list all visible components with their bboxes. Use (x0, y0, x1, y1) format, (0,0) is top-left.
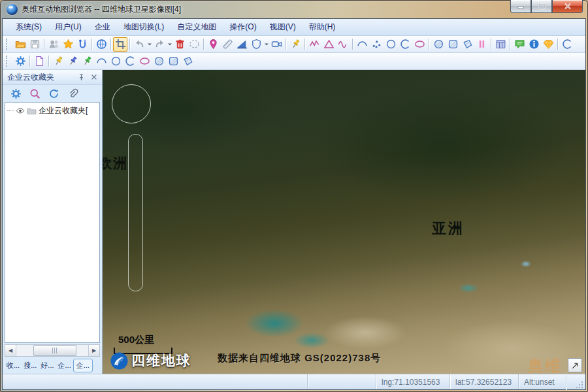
favorites-icon[interactable] (61, 37, 75, 52)
visibility-eye-icon[interactable] (16, 107, 25, 114)
menu-enterprise[interactable]: 企业 (88, 20, 117, 35)
menu-system[interactable]: 系统(S) (9, 20, 48, 35)
scrollbar-thumb[interactable] (33, 345, 76, 356)
maximize-button[interactable] (531, 0, 552, 13)
polyline-icon[interactable] (307, 37, 321, 52)
watermark-text: 奥维 (528, 355, 562, 374)
scroll-left-arrow-icon[interactable]: ◀ (5, 345, 16, 356)
filled-rounded-rect-icon[interactable] (446, 37, 460, 52)
measure-area-icon[interactable] (235, 37, 249, 52)
tree-connector (7, 110, 14, 111)
title-bar[interactable]: 奥维互动地图浏览器 -- 四维地球卫星影像图[4] (0, 0, 588, 18)
shape-style-dropdown-icon[interactable] (263, 37, 269, 52)
open-file-icon[interactable] (13, 37, 27, 52)
ellipse-icon[interactable] (137, 54, 152, 69)
panel-attach-icon[interactable] (65, 86, 80, 101)
area-select-tool-icon[interactable] (113, 37, 127, 52)
arc-icon[interactable] (355, 37, 369, 52)
shape-style-icon[interactable] (249, 37, 263, 52)
filled-rounded-rect-icon[interactable] (166, 54, 180, 69)
clipped-arc-icon[interactable] (560, 37, 574, 52)
toolbar-separator (557, 39, 558, 50)
camera-icon[interactable] (269, 37, 284, 52)
tree-row[interactable]: 企业云收藏夹[ (7, 105, 99, 116)
status-latitude: lat:57.32652123 (449, 374, 518, 389)
scroll-right-arrow-icon[interactable]: ▶ (88, 345, 99, 356)
menu-help[interactable]: 帮助(H) (302, 20, 342, 35)
map-viewport[interactable]: 欧洲 亚洲 500公里 四维地球 数据来自四维地球 GS(2022)738号 (103, 70, 585, 374)
filled-polygon-icon[interactable] (180, 54, 195, 69)
drawn-capsule-shape[interactable] (128, 134, 143, 291)
diagonal-arrow-icon (571, 361, 580, 370)
undo-dropdown-icon[interactable] (146, 37, 152, 52)
filled-circle-icon[interactable] (431, 37, 446, 52)
tab-enterprise-cloud[interactable]: 企... (73, 359, 93, 372)
tree-item-label[interactable]: 企业云收藏夹[ (39, 105, 88, 116)
open-arc-icon[interactable] (123, 54, 137, 69)
menu-user[interactable]: 用户(U) (48, 20, 88, 35)
menu-custom-map[interactable]: 自定义地图 (171, 20, 223, 35)
ellipse-icon[interactable] (412, 37, 427, 52)
map-corner-button[interactable] (568, 358, 582, 372)
minimize-icon (517, 3, 524, 9)
status-message-cell (3, 374, 307, 389)
arc-icon[interactable] (94, 54, 108, 69)
drawn-circle-shape[interactable] (112, 84, 151, 123)
globe-3d-icon[interactable] (94, 37, 108, 52)
friends-icon[interactable] (46, 37, 61, 52)
pushpin-blue-icon[interactable] (65, 54, 80, 69)
tab-search[interactable]: 搜... (22, 359, 39, 372)
save-icon[interactable] (27, 37, 42, 52)
minimize-button[interactable] (510, 0, 531, 13)
close-button[interactable] (552, 0, 583, 13)
pushpin-yellow-icon[interactable] (51, 54, 65, 69)
selection-ellipse-icon[interactable] (187, 37, 201, 52)
track-icon[interactable] (75, 37, 90, 52)
client-area: 系统(S) 用户(U) 企业 地图切换(L) 自定义地图 操作(O) 视图(V)… (2, 18, 586, 390)
circle-icon[interactable] (108, 54, 123, 69)
measure-distance-icon[interactable] (220, 37, 235, 52)
new-page-icon[interactable] (32, 54, 46, 69)
polygon-icon[interactable] (321, 37, 336, 52)
undo-icon[interactable] (132, 37, 146, 52)
tab-enterprise[interactable]: 企... (56, 359, 73, 372)
menu-view[interactable]: 视图(V) (263, 20, 302, 35)
status-bar: lng:71.10351563 lat:57.32652123 Alt:unse… (3, 374, 585, 389)
attribute-table-icon[interactable] (493, 37, 508, 52)
toolbar-grip[interactable] (6, 39, 10, 50)
settings-icon[interactable] (13, 54, 27, 69)
vip-icon[interactable] (541, 37, 555, 52)
parallel-lines-icon[interactable] (474, 37, 489, 52)
redo-icon[interactable] (152, 37, 167, 52)
redo-dropdown-icon[interactable] (167, 37, 172, 52)
menu-map-switch[interactable]: 地图切换(L) (117, 20, 171, 35)
pushpin-green-icon[interactable] (80, 54, 94, 69)
panel-refresh-icon[interactable] (46, 86, 61, 101)
delete-icon[interactable] (172, 37, 187, 52)
menu-operation[interactable]: 操作(O) (223, 20, 263, 35)
tab-favorites[interactable]: 收... (5, 359, 22, 372)
multipoint-icon[interactable] (369, 37, 384, 52)
message-icon[interactable] (512, 37, 527, 52)
sidebar-horizontal-scrollbar[interactable]: ◀ ▶ (5, 344, 100, 357)
maximize-icon (538, 3, 546, 10)
dock-pin-icon[interactable] (76, 72, 86, 82)
circle-icon[interactable] (384, 37, 398, 52)
filled-circle-icon[interactable] (152, 54, 166, 69)
status-altitude: Alt:unset (518, 374, 566, 389)
favorites-tree[interactable]: 企业云收藏夹[ (5, 102, 100, 343)
placemark-icon[interactable] (206, 37, 220, 52)
pushpin-yellow-icon[interactable] (288, 37, 302, 52)
curve-icon[interactable] (336, 37, 350, 52)
filled-polygon-icon[interactable] (460, 37, 474, 52)
toolbar-grip[interactable] (6, 56, 10, 67)
tab-friends[interactable]: 好... (39, 359, 56, 372)
panel-close-icon[interactable] (89, 72, 99, 82)
toolbar-separator (91, 39, 92, 50)
toolbar-separator (429, 39, 429, 50)
panel-settings-icon[interactable] (8, 86, 23, 101)
info-icon[interactable] (527, 37, 541, 52)
resize-grip[interactable] (566, 374, 585, 390)
open-arc-icon[interactable] (398, 37, 412, 52)
panel-search-icon[interactable] (27, 86, 42, 101)
